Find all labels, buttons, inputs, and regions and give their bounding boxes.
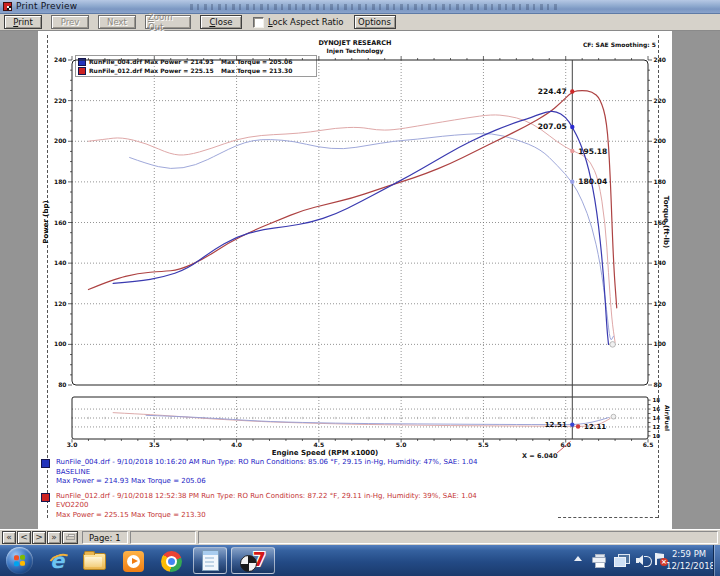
start-button[interactable] xyxy=(6,547,33,574)
svg-text:4.5: 4.5 xyxy=(314,441,325,448)
svg-text:14: 14 xyxy=(653,415,661,421)
svg-text:160: 160 xyxy=(54,219,67,226)
svg-text:16: 16 xyxy=(653,406,661,412)
prev-page-button[interactable]: < xyxy=(17,531,31,544)
cursor-value-label: 224.47 xyxy=(538,87,567,96)
dyno-chart: 8080100100120120140140160160180180200200… xyxy=(38,31,672,529)
cursor-value-label: 207.05 xyxy=(538,122,567,131)
svg-text:180: 180 xyxy=(54,178,67,185)
cursor-value-label: 12.11 xyxy=(584,423,606,431)
options-button[interactable]: Options xyxy=(354,15,396,29)
page-setup-button[interactable] xyxy=(62,531,78,544)
internet-explorer-icon[interactable]: e xyxy=(45,549,69,573)
titlebar[interactable]: Print Preview xyxy=(0,0,720,14)
cursor-value-dot xyxy=(576,424,580,428)
printer-icon xyxy=(66,534,75,541)
svg-text:12: 12 xyxy=(653,424,661,430)
svg-text:220: 220 xyxy=(54,97,67,104)
curve-runfile-012-torque xyxy=(88,115,615,342)
prev-button[interactable]: Prev xyxy=(51,15,89,29)
zoom-out-button[interactable]: Zoom Out xyxy=(145,15,191,29)
print-preview-toolbar: Print Prev Next Zoom Out Close Lock Aspe… xyxy=(0,14,720,31)
svg-text:6.0: 6.0 xyxy=(560,441,571,448)
windows-logo-icon xyxy=(14,554,26,567)
svg-text:180: 180 xyxy=(654,178,667,185)
svg-text:5.5: 5.5 xyxy=(478,441,489,448)
tray-show-hidden-icons[interactable] xyxy=(574,556,582,561)
cursor-value-dot xyxy=(570,149,574,153)
cursor-value-label: 12.51 xyxy=(545,421,567,429)
run-details: RunFile_004.drf - 9/10/2018 10:16:20 AM … xyxy=(41,458,601,525)
curve-runfile-004-torque xyxy=(130,134,614,340)
status-panel-3 xyxy=(198,531,718,544)
svg-text:Air/Fuel: Air/Fuel xyxy=(664,405,671,431)
last-page-button[interactable]: » xyxy=(47,531,61,544)
run004-details: RunFile_004.drf - 9/10/2018 10:16:20 AM … xyxy=(41,458,601,487)
axis-titles: Power (hp)Torque (ft-lb)Air/FuelEngine S… xyxy=(42,196,671,460)
titlebar-ghost-text xyxy=(190,4,560,10)
run004-conditions: RunFile_004.drf - 9/10/2018 10:16:20 AM … xyxy=(56,458,477,468)
statusbar: « < > » Page: 1 xyxy=(0,529,720,545)
run-end-marker xyxy=(610,342,616,348)
run012-details: RunFile_012.drf - 9/10/2018 12:52:38 PM … xyxy=(41,492,601,521)
svg-text:Power (hp): Power (hp) xyxy=(42,200,50,243)
file-explorer-icon[interactable] xyxy=(82,549,106,573)
print-button[interactable]: Print xyxy=(4,15,42,29)
svg-text:6.5: 6.5 xyxy=(643,441,654,448)
svg-text:100: 100 xyxy=(654,340,667,347)
run012-conditions: RunFile_012.drf - 9/10/2018 12:52:38 PM … xyxy=(56,492,477,502)
clock-date: 12/12/2018 xyxy=(666,560,712,572)
svg-text:80: 80 xyxy=(58,381,66,388)
close-button[interactable]: Close xyxy=(200,15,242,29)
svg-text:140: 140 xyxy=(654,259,667,266)
taskbar-clock[interactable]: 2:59 PM 12/12/2018 xyxy=(666,548,712,573)
svg-text:220: 220 xyxy=(654,97,667,104)
preview-area: DYNOJET RESEARCH Injen Technology CF: SA… xyxy=(0,31,720,529)
cursor-value-dot xyxy=(570,422,574,426)
svg-text:4.0: 4.0 xyxy=(231,441,242,448)
run012-footer-swatch xyxy=(41,493,50,502)
clock-time: 2:59 PM xyxy=(666,548,712,560)
svg-text:5.0: 5.0 xyxy=(396,441,407,448)
report-page: DYNOJET RESEARCH Injen Technology CF: SA… xyxy=(38,31,672,529)
run004-footer-swatch xyxy=(41,459,50,468)
svg-text:3.5: 3.5 xyxy=(149,441,160,448)
curve-runfile-004-airfuel xyxy=(146,415,608,424)
winpep7-icon: 7 xyxy=(240,550,266,572)
print-preview-window: { "window": { "title": "Print Preview" }… xyxy=(0,0,720,576)
svg-text:240: 240 xyxy=(654,56,667,63)
cursor-value-dot xyxy=(570,89,574,93)
svg-text:10: 10 xyxy=(653,433,661,439)
cursor-value-dot xyxy=(570,125,574,129)
taskbar-app-dyno-control[interactable] xyxy=(193,547,227,574)
show-desktop-button[interactable] xyxy=(713,545,720,576)
run012-label: EVO2200 xyxy=(56,501,477,511)
dyno-control-icon xyxy=(202,550,219,571)
app-icon xyxy=(3,2,12,11)
axis-ticks-and-labels: 8080100100120120140140160160180180200200… xyxy=(54,56,666,448)
first-page-button[interactable]: « xyxy=(2,531,16,544)
chart-gridlines xyxy=(72,60,648,439)
svg-text:140: 140 xyxy=(54,259,67,266)
tray-volume-icon[interactable] xyxy=(636,555,648,566)
chart-borders xyxy=(72,60,648,439)
window-title: Print Preview xyxy=(16,1,77,11)
media-player-icon[interactable] xyxy=(121,549,145,573)
chrome-icon[interactable] xyxy=(159,549,183,573)
tray-printer-icon[interactable] xyxy=(592,554,606,566)
next-page-button[interactable]: > xyxy=(32,531,46,544)
page-number-panel: Page: 1 xyxy=(82,531,128,544)
taskbar: e 7 × 2:59 PM 12/12/2018 xyxy=(0,545,720,576)
lock-aspect-ratio-checkbox[interactable] xyxy=(253,17,264,28)
cursor-value-label: 180.04 xyxy=(578,177,607,186)
run004-maxvalues: Max Power = 214.93 Max Torque = 205.06 xyxy=(56,477,477,487)
lock-aspect-ratio-label: Lock Aspect Ratio xyxy=(268,17,344,27)
svg-text:3.0: 3.0 xyxy=(67,441,78,448)
svg-text:200: 200 xyxy=(54,137,67,144)
tray-display-icon[interactable] xyxy=(614,554,629,566)
svg-text:Torque (ft-lb): Torque (ft-lb) xyxy=(662,196,670,248)
cursor-value-label: 195.18 xyxy=(578,147,607,156)
next-button[interactable]: Next xyxy=(98,15,136,29)
status-panel-2 xyxy=(130,531,196,544)
taskbar-app-winpep7[interactable]: 7 xyxy=(231,547,275,574)
